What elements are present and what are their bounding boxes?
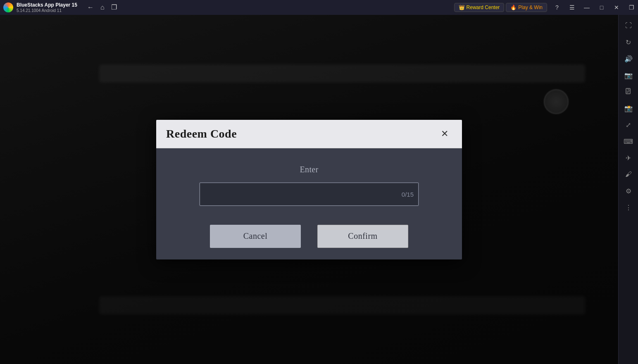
modal-body: Enter 0/15 xyxy=(156,148,462,218)
redeem-code-modal: Redeem Code ✕ Enter 0/15 Cancel Confirm xyxy=(156,120,462,259)
sidebar-rotate-icon[interactable]: ↻ xyxy=(621,35,636,50)
maximize-button[interactable]: □ xyxy=(595,1,608,14)
app-name: BlueStacks App Player 15 xyxy=(17,2,77,8)
sidebar-volume-icon[interactable]: 🔊 xyxy=(621,51,636,66)
modal-footer: Cancel Confirm xyxy=(156,218,462,259)
home-button[interactable]: ⌂ xyxy=(100,4,105,11)
modal-title: Redeem Code xyxy=(166,127,237,140)
restore-button[interactable]: ❐ xyxy=(625,1,638,14)
reward-center-button[interactable]: 👑 Reward Center xyxy=(454,3,505,12)
sidebar-more-icon[interactable]: ⋮ xyxy=(621,200,636,215)
titlebar: BlueStacks App Player 15 5.14.21.1004 An… xyxy=(0,0,638,15)
sidebar-expand-icon[interactable]: ⛶ xyxy=(621,18,636,33)
crown-icon: 👑 xyxy=(459,5,465,10)
titlebar-right: 👑 Reward Center 🔥 Play & Win ? ☰ — □ ✕ ❐ xyxy=(454,1,638,14)
modal-overlay: Redeem Code ✕ Enter 0/15 Cancel Confirm xyxy=(0,15,618,364)
copy-button[interactable]: ❐ xyxy=(111,3,117,11)
confirm-button[interactable]: Confirm xyxy=(317,225,408,248)
back-button[interactable]: ← xyxy=(87,4,94,11)
code-input[interactable] xyxy=(200,183,419,206)
titlebar-nav: ← ⌂ ❐ xyxy=(87,3,117,11)
main-content: Redeem Code ✕ Enter 0/15 Cancel Confirm xyxy=(0,15,618,364)
play-win-button[interactable]: 🔥 Play & Win xyxy=(506,3,547,12)
code-input-wrap: 0/15 xyxy=(200,183,419,206)
enter-label: Enter xyxy=(166,165,452,174)
app-info: BlueStacks App Player 15 5.14.21.1004 An… xyxy=(17,2,77,12)
menu-button[interactable]: ☰ xyxy=(565,1,578,14)
sidebar-airplane-icon[interactable]: ✈ xyxy=(621,150,636,165)
app-version: 5.14.21.1004 Android 11 xyxy=(17,8,77,13)
bluestacks-logo xyxy=(3,2,13,12)
minimize-button[interactable]: — xyxy=(580,1,593,14)
modal-close-button[interactable]: ✕ xyxy=(437,126,452,141)
sidebar-settings-icon[interactable]: ⚙ xyxy=(621,183,636,198)
right-sidebar: ⛶ ↻ 🔊 📷 📸 ⤢ ⌨ ✈ 🖌 ⚙ ⋮ xyxy=(618,15,638,364)
sidebar-camera-icon[interactable]: 📸 xyxy=(621,101,636,116)
sidebar-apk-icon[interactable] xyxy=(621,84,636,99)
close-button[interactable]: ✕ xyxy=(610,1,623,14)
sidebar-brush-icon[interactable]: 🖌 xyxy=(621,167,636,182)
fire-icon: 🔥 xyxy=(510,5,517,10)
sidebar-resize-icon[interactable]: ⤢ xyxy=(621,117,636,132)
reward-center-label: Reward Center xyxy=(467,5,500,10)
modal-header: Redeem Code ✕ xyxy=(156,120,462,148)
cancel-button[interactable]: Cancel xyxy=(210,225,301,248)
sidebar-screenshot-icon[interactable]: 📷 xyxy=(621,68,636,83)
sidebar-keyboard-icon[interactable]: ⌨ xyxy=(621,134,636,149)
help-button[interactable]: ? xyxy=(550,1,564,14)
play-win-label: Play & Win xyxy=(518,5,543,10)
titlebar-left: BlueStacks App Player 15 5.14.21.1004 An… xyxy=(3,2,117,12)
